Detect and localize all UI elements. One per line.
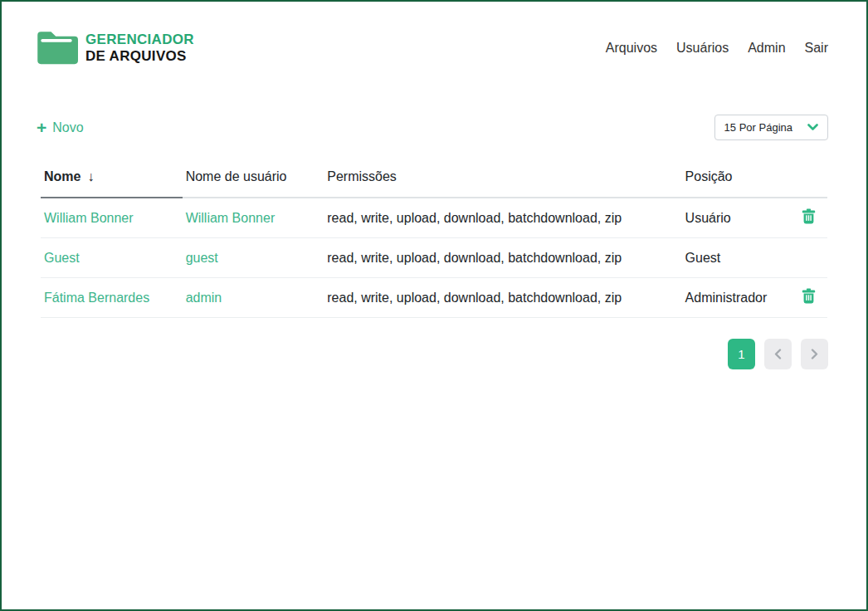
- folder-icon: [35, 28, 78, 68]
- main-nav: ArquivosUsuáriosAdminSair: [606, 41, 828, 56]
- header: GERENCIADOR DE ARQUIVOS ArquivosUsuários…: [2, 2, 866, 68]
- page-button-1[interactable]: 1: [728, 339, 755, 369]
- nav-item-usuarios[interactable]: Usuários: [676, 41, 729, 56]
- table-row: Guest guest read, write, upload, downloa…: [41, 238, 827, 278]
- column-header-nome[interactable]: Nome↓: [41, 163, 183, 198]
- next-page-button[interactable]: [801, 339, 828, 369]
- pagination: 1: [2, 339, 866, 369]
- user-name-link[interactable]: William Bonner: [44, 211, 134, 225]
- user-role: Administrador: [682, 278, 792, 318]
- users-table-wrap: Nome↓ Nome de usuário Permissões Posição…: [2, 163, 866, 318]
- user-permissions: read, write, upload, download, batchdown…: [324, 238, 681, 278]
- toolbar: + Novo 15 Por Página: [2, 115, 866, 140]
- per-page-select[interactable]: 15 Por Página: [714, 115, 828, 140]
- table-header-row: Nome↓ Nome de usuário Permissões Posição: [41, 163, 827, 198]
- new-user-label: Novo: [52, 120, 83, 135]
- users-table-body: William Bonner William Bonner read, writ…: [41, 198, 827, 318]
- user-role: Guest: [682, 238, 792, 278]
- column-header-posicao[interactable]: Posição: [682, 163, 792, 198]
- user-username-link[interactable]: guest: [186, 251, 218, 265]
- new-user-button[interactable]: + Novo: [37, 119, 84, 136]
- per-page-value: 15 Por Página: [724, 121, 792, 134]
- plus-icon: +: [37, 119, 46, 136]
- app-title-line1: GERENCIADOR: [85, 32, 194, 48]
- column-header-nome-label: Nome: [44, 169, 80, 183]
- user-permissions: read, write, upload, download, batchdown…: [324, 198, 681, 238]
- table-row: Fátima Bernardes admin read, write, uplo…: [41, 278, 827, 318]
- user-permissions: read, write, upload, download, batchdown…: [324, 278, 681, 318]
- column-header-permissoes[interactable]: Permissões: [324, 163, 681, 198]
- nav-item-arquivos[interactable]: Arquivos: [606, 41, 657, 56]
- nav-item-admin[interactable]: Admin: [748, 41, 785, 56]
- column-header-actions: [792, 163, 827, 198]
- user-role: Usuário: [682, 198, 792, 238]
- chevron-left-icon: [774, 349, 782, 359]
- user-username-link[interactable]: William Bonner: [186, 211, 276, 225]
- user-name-link[interactable]: Guest: [44, 251, 80, 265]
- user-name-link[interactable]: Fátima Bernardes: [44, 291, 149, 305]
- nav-item-sair[interactable]: Sair: [805, 41, 828, 56]
- table-row: William Bonner William Bonner read, writ…: [41, 198, 827, 238]
- trash-icon[interactable]: [802, 208, 816, 224]
- app-title: GERENCIADOR DE ARQUIVOS: [85, 32, 194, 65]
- user-username-link[interactable]: admin: [186, 291, 222, 305]
- previous-page-button[interactable]: [764, 339, 792, 369]
- app-logo[interactable]: GERENCIADOR DE ARQUIVOS: [35, 28, 194, 68]
- users-table: Nome↓ Nome de usuário Permissões Posição…: [41, 163, 827, 318]
- app-title-line2: DE ARQUIVOS: [85, 48, 194, 65]
- chevron-right-icon: [811, 349, 818, 359]
- sort-desc-arrow-icon: ↓: [87, 169, 94, 183]
- chevron-down-icon: [807, 124, 818, 131]
- trash-icon[interactable]: [802, 288, 816, 304]
- column-header-username[interactable]: Nome de usuário: [183, 163, 324, 198]
